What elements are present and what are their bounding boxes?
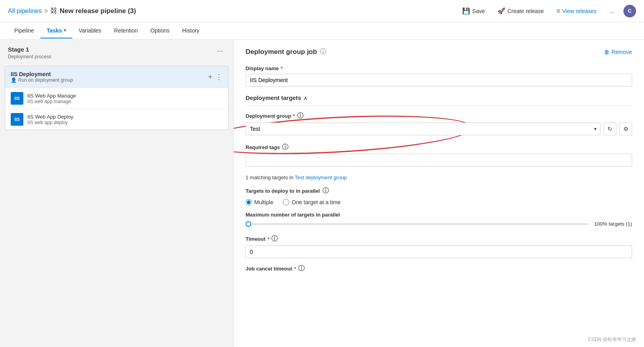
tab-variables[interactable]: Variables xyxy=(72,23,108,38)
manage-button[interactable]: ⚙ xyxy=(619,123,632,135)
timeout-info-icon[interactable]: ⓘ xyxy=(271,235,278,243)
main-content: Stage 1 Deployment process ··· IIS Deplo… xyxy=(0,40,644,347)
deployment-group-info-icon[interactable]: ⓘ xyxy=(297,112,303,120)
matching-targets: 1 matching targets in Test deployment gr… xyxy=(246,174,632,180)
radio-one-at-time-input[interactable] xyxy=(283,199,289,205)
deployment-targets-section: Deployment targets ∧ xyxy=(246,94,632,105)
display-name-label: Display name * xyxy=(246,65,632,71)
radio-multiple-label: Multiple xyxy=(254,199,273,205)
person-icon: 👤 xyxy=(11,77,17,83)
pipeline-title: New release pipeline (3) xyxy=(60,7,136,15)
radio-multiple-option[interactable]: Multiple xyxy=(246,199,273,205)
required-tags-field: Required tags ⓘ xyxy=(246,143,632,167)
radio-one-at-time-option[interactable]: One target at a time xyxy=(283,199,341,205)
save-icon: 💾 xyxy=(462,7,470,15)
task-iis-manage-info: IIS Web App Manage IIS web app manage xyxy=(27,93,76,104)
create-release-label: Create release xyxy=(507,8,544,14)
tab-tasks[interactable]: Tasks ▾ xyxy=(40,23,72,38)
max-targets-field: Maximum number of targets in parallel 10… xyxy=(246,212,632,227)
csdn-watermark: CSDN @松哥学习之路 xyxy=(588,336,636,343)
create-release-button[interactable]: 🚀 Create release xyxy=(494,6,547,16)
test-deployment-group-link[interactable]: Test deployment group xyxy=(295,174,347,180)
tab-retention-label: Retention xyxy=(114,27,138,34)
timeout-input[interactable] xyxy=(246,245,632,258)
tab-tasks-label: Tasks xyxy=(47,27,62,34)
job-cancel-info-icon[interactable]: ⓘ xyxy=(298,265,305,273)
view-releases-button[interactable]: ≡ View releases xyxy=(553,6,600,16)
display-name-required: * xyxy=(281,65,283,71)
save-label: Save xyxy=(472,8,485,14)
timeout-label: Timeout * ⓘ xyxy=(246,235,632,243)
tab-history[interactable]: History xyxy=(176,23,206,38)
panel-info-icon[interactable]: ⓘ xyxy=(320,48,326,56)
deployment-group-select[interactable]: Test xyxy=(246,123,600,135)
tasks-chevron-icon: ▾ xyxy=(64,28,66,33)
stage-header: Stage 1 Deployment process ··· xyxy=(0,40,233,66)
tab-retention[interactable]: Retention xyxy=(108,23,144,38)
remove-label: Remove xyxy=(612,49,632,55)
tab-options-label: Options xyxy=(151,27,170,34)
task-iis-manage-sub: IIS web app manage xyxy=(27,99,76,104)
deployment-targets-chevron[interactable]: ∧ xyxy=(303,95,307,101)
job-cancel-timeout-field: Job cancel timeout * ⓘ xyxy=(246,265,632,273)
required-tags-input[interactable] xyxy=(246,154,632,167)
targets-parallel-label: Targets to deploy to in parallel ⓘ xyxy=(246,187,632,195)
tab-history-label: History xyxy=(182,27,200,34)
targets-parallel-info-icon[interactable]: ⓘ xyxy=(322,187,329,195)
display-name-input[interactable] xyxy=(246,74,632,86)
parallel-radio-group: Multiple One target at a time xyxy=(246,199,632,205)
pipeline-icon: ⛓ xyxy=(50,7,57,15)
iis-manage-icon: IIS xyxy=(11,92,23,105)
job-sub: 👤 Run on deployment group xyxy=(11,77,73,83)
all-pipelines-link[interactable]: All pipelines xyxy=(8,8,42,15)
add-task-button[interactable]: + xyxy=(208,73,212,81)
timeout-required: * xyxy=(267,236,269,242)
top-bar: All pipelines > ⛓ New release pipeline (… xyxy=(0,0,644,22)
job-group: IIS Deployment 👤 Run on deployment group… xyxy=(5,66,229,130)
more-button[interactable]: ... xyxy=(606,6,617,16)
task-iis-deploy[interactable]: IIS IIS Web App Deploy IIS web app deplo… xyxy=(5,109,228,130)
radio-one-at-time-label: One target at a time xyxy=(292,199,341,205)
job-cancel-timeout-label: Job cancel timeout * ⓘ xyxy=(246,265,632,273)
breadcrumb-area: All pipelines > ⛓ New release pipeline (… xyxy=(8,7,136,15)
remove-button[interactable]: 🗑 Remove xyxy=(604,49,632,55)
max-targets-label: Maximum number of targets in parallel xyxy=(246,212,632,218)
stage-info: Stage 1 Deployment process xyxy=(8,46,51,59)
radio-multiple-input[interactable] xyxy=(246,199,252,205)
iis-deploy-icon: IIS xyxy=(11,113,23,126)
job-title: IIS Deployment xyxy=(11,71,73,77)
trash-icon: 🗑 xyxy=(604,49,610,55)
display-name-field: Display name * xyxy=(246,65,632,86)
save-button[interactable]: 💾 Save xyxy=(459,6,488,16)
deployment-group-field: Deployment group * ⓘ Test ▾ ↻ ⚙ xyxy=(246,112,632,135)
view-releases-label: View releases xyxy=(562,8,596,14)
toolbar-right: 💾 Save 🚀 Create release ≡ View releases … xyxy=(459,5,636,17)
required-tags-info-icon[interactable]: ⓘ xyxy=(282,143,288,151)
deployment-targets-title: Deployment targets xyxy=(246,94,301,101)
stage-more-button[interactable]: ··· xyxy=(215,46,225,56)
create-release-icon: 🚀 xyxy=(497,7,505,15)
avatar[interactable]: C xyxy=(623,5,636,17)
view-releases-icon: ≡ xyxy=(556,8,560,15)
left-panel: Stage 1 Deployment process ··· IIS Deplo… xyxy=(0,40,234,347)
refresh-button[interactable]: ↻ xyxy=(604,123,616,135)
deployment-group-label: Deployment group * ⓘ xyxy=(246,112,632,120)
required-tags-label: Required tags ⓘ xyxy=(246,143,632,151)
task-iis-manage[interactable]: IIS IIS Web App Manage IIS web app manag… xyxy=(5,88,228,109)
tab-pipeline[interactable]: Pipeline xyxy=(8,23,40,38)
slider-thumb[interactable] xyxy=(246,221,251,227)
more-icon: ... xyxy=(609,8,614,14)
tab-options[interactable]: Options xyxy=(144,23,176,38)
panel-header: Deployment group job ⓘ 🗑 Remove xyxy=(246,48,632,56)
job-title-group: IIS Deployment 👤 Run on deployment group xyxy=(11,71,73,83)
max-targets-value: 100% targets (1) xyxy=(594,221,632,227)
panel-header-left: Deployment group job ⓘ xyxy=(246,48,326,56)
tab-pipeline-label: Pipeline xyxy=(14,27,34,34)
slider-track xyxy=(246,223,588,225)
job-header[interactable]: IIS Deployment 👤 Run on deployment group… xyxy=(5,66,228,88)
job-more-button[interactable]: ⋮ xyxy=(215,73,223,81)
tab-variables-label: Variables xyxy=(79,27,101,34)
nav-tabs: Pipeline Tasks ▾ Variables Retention Opt… xyxy=(0,22,644,40)
task-iis-deploy-name: IIS Web App Deploy xyxy=(27,114,73,120)
matching-text: 1 matching targets in xyxy=(246,174,295,180)
